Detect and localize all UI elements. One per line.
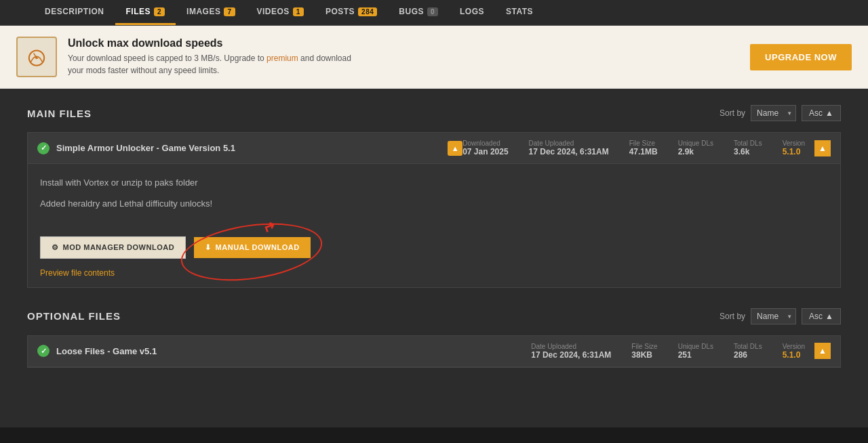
unique-dls-value: 2.9k [678,147,694,156]
main-file-card: Simple Armor Unlocker - Game Version 5.1… [27,132,841,288]
tab-videos[interactable]: VIDEOS 1 [246,0,315,25]
tab-files[interactable]: FILES 2 [115,0,176,25]
optional-file-toggle-button[interactable]: ▲ [814,343,831,359]
total-dls-value: 3.6k [734,147,749,156]
file-size-value: 47.1MB [629,147,658,156]
file-desc-line1: Install with Vortex or unzip to paks fol… [40,175,828,190]
optional-file-card: Loose Files - Game v5.1 Date uploaded 17… [27,335,841,368]
downloaded-meta: Downloaded 07 Jan 2025 [462,140,508,156]
optional-chevron-up-icon: ▲ [825,312,833,321]
main-file-name: Simple Armor Unlocker - Game Version 5.1 [56,143,442,153]
opt-total-dls-label: Total DLs [734,343,762,350]
main-content: MAIN FILES Sort by Name Date Size Asc ▲ … [0,89,868,427]
file-check-icon [37,142,50,154]
optional-file-header: Loose Files - Game v5.1 Date uploaded 17… [28,336,840,367]
upgrade-title: Unlock max download speeds [68,37,739,49]
unique-dls-meta: Unique DLs 2.9k [678,140,713,156]
tab-description[interactable]: DESCRIPTION [34,0,115,25]
file-size-meta: File size 47.1MB [629,140,658,156]
tab-images[interactable]: IMAGES 7 [176,0,245,25]
chevron-up-icon: ▲ [825,108,833,118]
upgrade-desc: Your download speed is capped to 3 MB/s.… [68,52,739,77]
opt-file-size-meta: File size 38KB [631,343,657,360]
downloaded-value: 07 Jan 2025 [462,147,508,156]
optional-file-check-icon [37,345,50,357]
opt-total-dls-value: 286 [734,350,747,360]
optional-file-name: Loose Files - Game v5.1 [56,346,531,356]
optional-files-sort-controls: Sort by Name Date Size Asc ▲ [719,308,841,324]
files-badge: 2 [154,7,165,16]
speedometer-icon [26,46,47,68]
opt-total-dls-meta: Total DLs 286 [734,343,762,360]
opt-version-value: 5.1.0 [783,350,801,360]
main-files-title: MAIN FILES [27,108,92,119]
upgrade-now-button[interactable]: UPGRADE NOW [750,44,852,70]
opt-unique-dls-meta: Unique DLs 251 [678,343,713,360]
main-files-header: MAIN FILES Sort by Name Date Size Asc ▲ [27,105,841,121]
opt-date-uploaded-meta: Date uploaded 17 Dec 2024, 6:31AM [531,343,611,360]
file-meta: Downloaded 07 Jan 2025 Date uploaded 17 … [462,140,805,156]
optional-files-header: OPTIONAL FILES Sort by Name Date Size As… [27,308,841,324]
wrench-icon: ⚙ [52,243,59,252]
file-size-label: File size [629,140,655,147]
images-badge: 7 [224,7,235,16]
total-dls-meta: Total DLs 3.6k [734,140,762,156]
premium-link[interactable]: premium [267,54,298,63]
file-desc-line2: Added heraldry and Lethal difficulty unl… [40,196,828,211]
upgrade-banner: Unlock max download speeds Your download… [0,26,868,89]
section-gap: OPTIONAL FILES Sort by Name Date Size As… [27,308,841,368]
file-body: Install with Vortex or unzip to paks fol… [28,164,840,228]
date-uploaded-label: Date uploaded [529,140,574,147]
cloud-upload-icon: ▲ [448,141,462,156]
tabs-bar: DESCRIPTION FILES 2 IMAGES 7 VIDEOS 1 PO… [0,0,868,26]
optional-asc-button[interactable]: Asc ▲ [802,308,841,324]
main-sort-select[interactable]: Name Date Size [751,105,796,121]
tab-stats[interactable]: STATS [495,0,544,25]
opt-file-size-value: 38KB [631,350,652,360]
tab-posts[interactable]: POSTS 284 [315,0,388,25]
optional-sort-select[interactable]: Name Date Size [751,308,796,324]
opt-unique-dls-value: 251 [678,350,692,360]
opt-version-meta: Version 5.1.0 [783,343,805,360]
file-actions: ⚙ MOD MANAGER DOWNLOAD ⬇ MANUAL DOWNLOAD… [28,228,840,268]
main-files-sort-controls: Sort by Name Date Size Asc ▲ [719,105,841,121]
preview-file-contents-link[interactable]: Preview file contents [28,268,840,287]
upgrade-text: Unlock max download speeds Your download… [68,37,739,77]
downloaded-label: Downloaded [462,140,500,147]
bugs-badge: 0 [427,7,438,16]
main-file-header: Simple Armor Unlocker - Game Version 5.1… [28,133,840,164]
opt-date-uploaded-value: 17 Dec 2024, 6:31AM [531,350,611,360]
mod-manager-download-button[interactable]: ⚙ MOD MANAGER DOWNLOAD [40,236,186,259]
date-uploaded-meta: Date uploaded 17 Dec 2024, 6:31AM [529,140,609,156]
sort-label: Sort by [719,108,745,118]
tab-bugs[interactable]: BUGS 0 [388,0,449,25]
main-asc-button[interactable]: Asc ▲ [802,105,841,121]
version-meta: Version 5.1.0 [783,140,805,156]
optional-files-title: OPTIONAL FILES [27,310,121,322]
date-uploaded-value: 17 Dec 2024, 6:31AM [529,147,609,156]
opt-date-uploaded-label: Date uploaded [531,343,576,350]
opt-file-size-label: File size [631,343,657,350]
posts-badge: 284 [358,7,377,16]
manual-download-button[interactable]: ⬇ MANUAL DOWNLOAD ↵ [194,237,311,258]
upgrade-icon-wrap [16,37,57,77]
download-icon: ⬇ [205,243,212,252]
unique-dls-label: Unique DLs [678,140,713,147]
optional-sort-label: Sort by [719,312,745,321]
videos-badge: 1 [293,7,304,16]
version-value: 5.1.0 [783,147,801,156]
optional-file-meta: Date uploaded 17 Dec 2024, 6:31AM File s… [531,343,805,360]
tab-logs[interactable]: LOGS [449,0,495,25]
opt-version-label: Version [783,343,805,350]
version-label: Version [783,140,805,147]
opt-unique-dls-label: Unique DLs [678,343,713,350]
total-dls-label: Total DLs [734,140,762,147]
file-toggle-button[interactable]: ▲ [814,140,831,156]
optional-sort-select-wrap: Name Date Size [751,308,796,324]
main-sort-select-wrap: Name Date Size [751,105,796,121]
